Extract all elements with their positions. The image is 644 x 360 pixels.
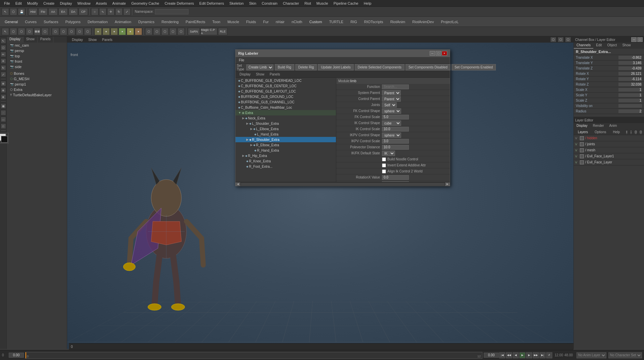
- tool-btn-16[interactable]: ●: [127, 28, 134, 35]
- tool-select[interactable]: ↖: [2, 8, 9, 15]
- loop-btn[interactable]: ↺: [546, 352, 552, 358]
- menu-animate[interactable]: Animate: [110, 1, 128, 6]
- start-frame-input[interactable]: [9, 353, 24, 358]
- layer-vis-evil-1[interactable]: V: [575, 155, 580, 158]
- layers-tab-render[interactable]: Render: [590, 123, 607, 129]
- tree-item-0[interactable]: ◆ C_BUFFBONE_GLB_OVERHEAD_LOC: [235, 78, 336, 83]
- dialog-maximize-btn[interactable]: □: [436, 51, 441, 56]
- tab-custom[interactable]: Custom: [306, 19, 326, 25]
- tool-btn-8[interactable]: ⬡: [60, 28, 67, 35]
- tool-rle[interactable]: RLE: [218, 28, 227, 35]
- ik-control-scale-input[interactable]: [382, 127, 409, 132]
- tool-btn-6[interactable]: ⬡: [41, 28, 49, 35]
- build-rig-btn[interactable]: Build Rig: [275, 64, 294, 70]
- tab-projectlol[interactable]: ProjectLoL: [437, 19, 462, 25]
- function-input[interactable]: [382, 85, 409, 89]
- tree-item-r-hip-extra[interactable]: ▶ ◆ R_Hip_Extra: [235, 153, 336, 158]
- left-tool-rotate[interactable]: ↻: [1, 65, 6, 70]
- menu-skin[interactable]: Skin: [246, 1, 259, 6]
- cb-attr-scale-x[interactable]: Scale X: [574, 87, 644, 93]
- show-tab[interactable]: Show: [24, 37, 38, 43]
- tab-muscle[interactable]: Muscle: [224, 19, 243, 25]
- cb-scale-x-input[interactable]: [618, 88, 642, 92]
- outliner-item-turtle[interactable]: T TurtleDefaultBakeLayer: [7, 92, 67, 98]
- tool-aa[interactable]: AA: [48, 8, 58, 15]
- layer-row-joints[interactable]: V / joints: [574, 141, 644, 147]
- delete-selected-components-btn[interactable]: Delete Selected Components: [355, 64, 404, 70]
- tool-btn-10[interactable]: ⬡: [76, 28, 83, 35]
- tree-item-l-hand-extra[interactable]: ◆ L_Hand_Extra: [235, 132, 336, 137]
- tool-btn-19[interactable]: ⬡: [153, 28, 161, 35]
- left-tool-snap[interactable]: ⊕: [1, 81, 6, 86]
- menu-character[interactable]: Character: [280, 1, 302, 6]
- tree-item-extra-group[interactable]: ▼ ▦ Extra: [235, 110, 336, 115]
- left-tool-select[interactable]: ↖: [1, 38, 6, 44]
- cb-attr-translate-y[interactable]: Translate Y: [574, 60, 644, 66]
- outliner-item-rec-cam[interactable]: 📷 rec_cam: [7, 43, 67, 48]
- layer-row-hidden[interactable]: V / hidden: [574, 135, 644, 141]
- left-tool-face[interactable]: □: [1, 123, 6, 129]
- tree-item-r-foot-extra[interactable]: ◆ R_Foot_Extra...: [235, 164, 336, 169]
- tab-fluids[interactable]: Fluids: [243, 19, 260, 25]
- outliner-item-bones[interactable]: ⬡ Bones: [7, 71, 67, 76]
- cb-attr-translate-x[interactable]: Translate X: [574, 55, 644, 60]
- left-tool-lasso[interactable]: ⬡: [1, 45, 6, 50]
- menu-muscle[interactable]: Muscle: [314, 1, 331, 6]
- tool-cp[interactable]: CP: [79, 8, 88, 15]
- namespace-input[interactable]: [155, 9, 188, 14]
- tree-item-r-hand-extra[interactable]: ◆ R_Hand_Extra: [235, 148, 336, 153]
- tab-rig[interactable]: RIG: [347, 19, 361, 25]
- build-noodle-checkbox[interactable]: [382, 157, 386, 161]
- tool-sarn[interactable]: SaRN: [188, 28, 200, 35]
- layer-vis-hidden[interactable]: V: [575, 137, 580, 140]
- rotation-y-input[interactable]: [382, 181, 409, 182]
- tool-circle[interactable]: ○: [91, 8, 98, 15]
- cb-maximize-btn[interactable]: □: [637, 37, 643, 42]
- cb-translate-z-input[interactable]: [618, 66, 642, 70]
- outliner-item-persp1[interactable]: 📷 persp1: [7, 82, 67, 87]
- scroll-left-btn[interactable]: ◀: [235, 183, 240, 186]
- tab-riotanim[interactable]: RiotAnim: [387, 19, 409, 25]
- menu-geometry-cache[interactable]: Geometry Cache: [129, 1, 162, 6]
- menu-file[interactable]: File: [1, 1, 13, 6]
- set-components-disabled-btn[interactable]: Set Components Disabled: [405, 64, 450, 70]
- tool-btn-5[interactable]: ▦▦: [34, 28, 41, 35]
- tab-deformation[interactable]: Deformation: [84, 19, 112, 25]
- cb-attr-rotate-z[interactable]: Rotate Z: [574, 82, 644, 87]
- left-tool-edge[interactable]: —: [1, 117, 6, 122]
- tab-turtle[interactable]: TURTLE: [326, 19, 347, 25]
- tree-item-1[interactable]: ◆ C_BUFFBONE_GLB_CENTER_LOC: [235, 83, 336, 89]
- layers-subtab-layers[interactable]: Layers: [575, 130, 591, 135]
- display-tab[interactable]: Display: [7, 37, 24, 43]
- tab-fur[interactable]: Fur: [260, 19, 272, 25]
- tree-item-r-elbow-extra[interactable]: ▶ ◆ R_Elbow_Extra: [235, 142, 336, 148]
- ik-control-shape-select[interactable]: cube sphere: [382, 120, 401, 126]
- rig-labeler-title-bar[interactable]: Rig Labeler ─ □ ✕: [235, 50, 450, 57]
- menu-create-deformers[interactable]: Create Deformers: [162, 1, 197, 6]
- character-set-select[interactable]: No Character Set: [608, 352, 642, 358]
- layers-btn-3[interactable]: ⬡: [634, 130, 637, 135]
- layers-btn-1[interactable]: +: [626, 130, 628, 135]
- menu-skeleton[interactable]: Skeleton: [227, 1, 247, 6]
- tool-btn-2[interactable]: ⬡: [10, 28, 17, 35]
- tab-riotanimdev[interactable]: RiotAnimDev: [409, 19, 437, 25]
- menu-constrain[interactable]: Constrain: [259, 1, 280, 6]
- viewport-canvas[interactable]: front: [67, 43, 573, 349]
- tool-scale[interactable]: ⤢: [123, 8, 131, 15]
- ikfk-default-state-select[interactable]: IK FK: [382, 151, 395, 156]
- tool-btn-11[interactable]: ⬡: [84, 28, 91, 35]
- set-components-enabled-btn[interactable]: Set Components Enabled: [452, 64, 496, 70]
- prev-key-btn[interactable]: |◀: [499, 352, 505, 358]
- tree-item-neck-extra[interactable]: ▶ ◆ Neck_Extra: [235, 115, 336, 121]
- tool-btn-13[interactable]: ●: [102, 28, 110, 35]
- outliner-item-extra[interactable]: ⬡ Extra: [7, 87, 67, 92]
- layer-vis-mesh[interactable]: V: [575, 149, 580, 152]
- scroll-right-btn[interactable]: ▶: [445, 183, 450, 186]
- control-parent-select[interactable]: Parent: [382, 96, 401, 102]
- layer-row-evil-face[interactable]: V / Evil_Face_Layer: [574, 159, 644, 165]
- cb-translate-y-input[interactable]: [618, 61, 642, 65]
- layers-tab-anim[interactable]: Anim: [607, 123, 620, 129]
- tool-rotate[interactable]: ↻: [115, 8, 123, 15]
- ikpv-control-shape-select[interactable]: sphere cube: [382, 133, 401, 138]
- tab-general[interactable]: General: [1, 19, 22, 25]
